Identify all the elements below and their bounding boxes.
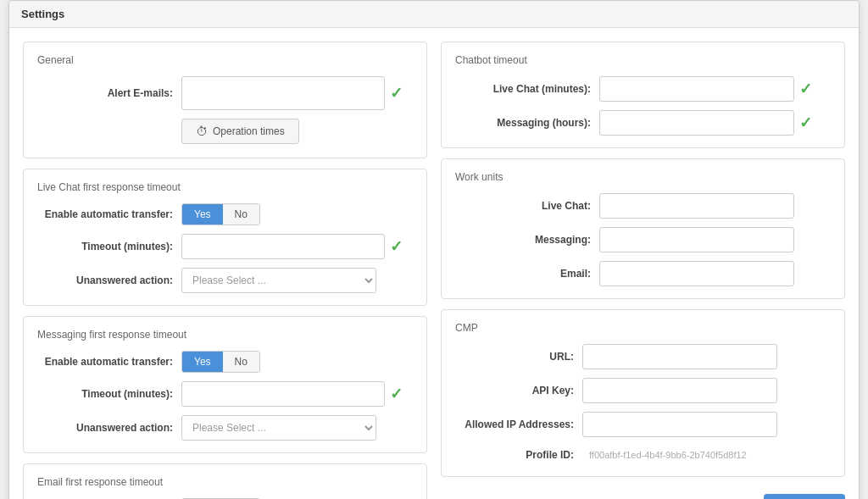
cmp-profile-id-value: ff00afbf-f1ed-4b4f-9bb6-2b740f5d8f12 xyxy=(582,446,831,464)
live-chat-enable-label: Enable automatic transfer: xyxy=(37,208,181,220)
cmp-allowed-ip-label: Allowed IP Addresses: xyxy=(455,419,582,430)
live-chat-timeout-check-icon: ✓ xyxy=(390,237,403,256)
messaging-timeout-label: Timeout (minutes): xyxy=(37,388,181,400)
chatbot-messaging-input[interactable]: 5 xyxy=(599,110,794,136)
alert-emails-row: Alert E-mails: ✓ xyxy=(37,76,413,110)
messaging-enable-row: Enable automatic transfer: Yes No xyxy=(37,351,413,373)
email-timeout-section: Email first response timeout Enable auto… xyxy=(23,463,427,499)
live-chat-unanswered-control: Please Select ... xyxy=(181,268,413,293)
cmp-profile-id-control: ff00afbf-f1ed-4b4f-9bb6-2b740f5d8f12 xyxy=(582,446,831,464)
messaging-timeout-title: Messaging first response timeout xyxy=(37,329,413,341)
live-chat-toggle-group: Yes No xyxy=(181,203,260,225)
alert-emails-input[interactable] xyxy=(181,76,385,110)
operation-times-button[interactable]: ⏱ Operation times xyxy=(181,119,299,144)
chatbot-live-chat-input[interactable]: 5 xyxy=(599,76,794,102)
live-chat-timeout-label: Timeout (minutes): xyxy=(37,241,181,252)
messaging-timeout-row: Timeout (minutes): 3 ✓ xyxy=(37,381,413,407)
save-button-container: ✓ Save xyxy=(441,487,845,499)
operation-times-label: Operation times xyxy=(213,125,285,137)
cmp-url-label: URL: xyxy=(455,351,582,363)
clock-icon: ⏱ xyxy=(196,125,208,138)
messaging-toggle-group: Yes No xyxy=(181,351,260,373)
work-units-messaging-control: 2 xyxy=(599,227,831,252)
alert-emails-control: ✓ xyxy=(181,76,413,110)
chatbot-messaging-control: 5 ✓ xyxy=(599,110,831,136)
live-chat-timeout-input[interactable]: 3 xyxy=(181,234,385,259)
live-chat-toggle-wrap: Yes No xyxy=(181,203,413,225)
messaging-no-btn[interactable]: No xyxy=(223,352,259,372)
live-chat-unanswered-select[interactable]: Please Select ... xyxy=(181,268,376,293)
cmp-section: CMP URL: API Key: Allowed IP Addresses: xyxy=(441,309,845,477)
work-units-email-label: Email: xyxy=(455,268,599,280)
chatbot-live-chat-label: Live Chat (minutes): xyxy=(455,83,599,95)
settings-window: Settings General Alert E-mails: ✓ ⏱ Oper… xyxy=(8,0,860,499)
messaging-timeout-section: Messaging first response timeout Enable … xyxy=(23,316,427,453)
work-units-live-chat-row: Live Chat: 4 xyxy=(455,193,831,219)
live-chat-no-btn[interactable]: No xyxy=(223,204,259,225)
window-title: Settings xyxy=(9,1,859,28)
messaging-yes-btn[interactable]: Yes xyxy=(182,352,223,372)
cmp-api-key-row: API Key: xyxy=(455,378,831,403)
work-units-email-row: Email: 1 xyxy=(455,261,831,286)
chatbot-messaging-check-icon: ✓ xyxy=(799,114,812,132)
right-panel: Chatbot timeout Live Chat (minutes): 5 ✓… xyxy=(441,42,845,499)
general-section: General Alert E-mails: ✓ ⏱ Operation tim… xyxy=(23,42,427,158)
cmp-url-input[interactable] xyxy=(582,344,777,369)
chatbot-messaging-label: Messaging (hours): xyxy=(455,117,599,129)
messaging-toggle-wrap: Yes No xyxy=(181,351,413,373)
cmp-allowed-ip-control xyxy=(582,412,831,437)
work-units-messaging-label: Messaging: xyxy=(455,234,599,246)
cmp-api-key-control xyxy=(582,378,831,403)
cmp-allowed-ip-row: Allowed IP Addresses: xyxy=(455,412,831,437)
cmp-api-key-label: API Key: xyxy=(455,385,582,396)
save-button[interactable]: ✓ Save xyxy=(764,494,845,499)
cmp-url-row: URL: xyxy=(455,344,831,369)
messaging-enable-label: Enable automatic transfer: xyxy=(37,356,181,368)
messaging-unanswered-select[interactable]: Please Select ... xyxy=(181,415,376,441)
messaging-timeout-check-icon: ✓ xyxy=(390,385,403,403)
work-units-live-chat-label: Live Chat: xyxy=(455,200,599,212)
messaging-timeout-control: 3 ✓ xyxy=(181,381,413,407)
chatbot-live-chat-row: Live Chat (minutes): 5 ✓ xyxy=(455,76,831,102)
cmp-title: CMP xyxy=(455,322,831,334)
messaging-unanswered-label: Unanswered action: xyxy=(37,422,181,434)
live-chat-timeout-section: Live Chat first response timeout Enable … xyxy=(23,169,427,306)
work-units-email-control: 1 xyxy=(599,261,831,286)
general-section-title: General xyxy=(37,54,413,66)
live-chat-timeout-row: Timeout (minutes): 3 ✓ xyxy=(37,234,413,259)
work-units-email-input[interactable]: 1 xyxy=(599,261,794,286)
alert-emails-label: Alert E-mails: xyxy=(37,87,181,99)
cmp-allowed-ip-input[interactable] xyxy=(582,412,777,437)
work-units-messaging-input[interactable]: 2 xyxy=(599,227,794,252)
live-chat-unanswered-label: Unanswered action: xyxy=(37,274,181,286)
work-units-section: Work units Live Chat: 4 Messaging: 2 Ema… xyxy=(441,158,845,299)
chatbot-messaging-row: Messaging (hours): 5 ✓ xyxy=(455,110,831,136)
messaging-timeout-input[interactable]: 3 xyxy=(181,381,385,407)
cmp-profile-id-row: Profile ID: ff00afbf-f1ed-4b4f-9bb6-2b74… xyxy=(455,446,831,464)
live-chat-timeout-control: 3 ✓ xyxy=(181,234,413,259)
cmp-api-key-input[interactable] xyxy=(582,378,777,403)
chatbot-live-chat-check-icon: ✓ xyxy=(799,80,812,98)
chatbot-timeout-title: Chatbot timeout xyxy=(455,54,831,66)
messaging-unanswered-control: Please Select ... xyxy=(181,415,413,441)
live-chat-enable-row: Enable automatic transfer: Yes No xyxy=(37,203,413,225)
chatbot-timeout-section: Chatbot timeout Live Chat (minutes): 5 ✓… xyxy=(441,42,845,148)
cmp-profile-id-label: Profile ID: xyxy=(455,449,582,461)
messaging-unanswered-row: Unanswered action: Please Select ... xyxy=(37,415,413,441)
chatbot-live-chat-control: 5 ✓ xyxy=(599,76,831,102)
cmp-url-control xyxy=(582,344,831,369)
work-units-live-chat-input[interactable]: 4 xyxy=(599,193,794,219)
alert-emails-check-icon: ✓ xyxy=(390,84,403,103)
live-chat-timeout-title: Live Chat first response timeout xyxy=(37,181,413,193)
work-units-messaging-row: Messaging: 2 xyxy=(455,227,831,252)
work-units-title: Work units xyxy=(455,171,831,183)
left-panel: General Alert E-mails: ✓ ⏱ Operation tim… xyxy=(23,42,427,499)
work-units-live-chat-control: 4 xyxy=(599,193,831,219)
email-timeout-title: Email first response timeout xyxy=(37,476,413,488)
live-chat-unanswered-row: Unanswered action: Please Select ... xyxy=(37,268,413,293)
live-chat-yes-btn[interactable]: Yes xyxy=(182,204,223,225)
